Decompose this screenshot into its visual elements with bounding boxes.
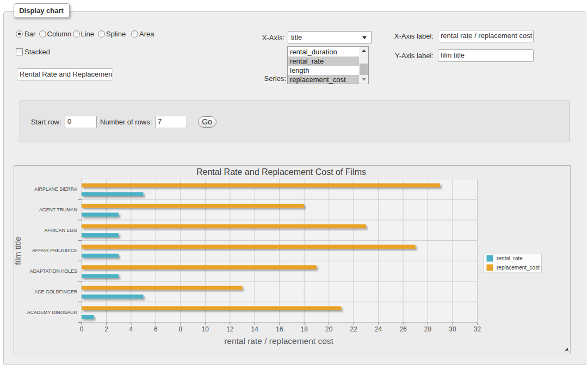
svg-text:10: 10 (201, 325, 209, 333)
svg-text:rental rate / replacement cost: rental rate / replacement cost (224, 336, 333, 346)
svg-text:20: 20 (325, 325, 333, 333)
svg-text:22: 22 (350, 325, 357, 333)
svg-text:AIRPLANE SIERRA: AIRPLANE SIERRA (34, 186, 77, 192)
svg-text:14: 14 (251, 325, 258, 333)
svg-text:AFRICAN EGG: AFRICAN EGG (44, 228, 77, 233)
svg-text:26: 26 (399, 325, 407, 333)
svg-text:ACE GOLDFINGER: ACE GOLDFINGER (34, 289, 77, 294)
svg-text:6: 6 (154, 325, 158, 333)
svg-text:ADAPTATION HOLES: ADAPTATION HOLES (29, 268, 77, 274)
svg-text:AFFAIR PREJUDICE: AFFAIR PREJUDICE (32, 248, 77, 253)
svg-text:ACADEMY DINOSAUR: ACADEMY DINOSAUR (27, 310, 77, 315)
svg-text:replacement_cost: replacement_cost (497, 265, 540, 271)
svg-text:0: 0 (79, 325, 83, 333)
svg-text:28: 28 (424, 325, 431, 333)
svg-text:12: 12 (226, 325, 234, 333)
svg-text:30: 30 (449, 325, 456, 333)
svg-text:18: 18 (300, 325, 308, 333)
svg-text:32: 32 (473, 325, 481, 333)
svg-text:8: 8 (178, 325, 182, 333)
svg-text:AGENT TRUMAN: AGENT TRUMAN (39, 207, 77, 212)
svg-text:24: 24 (374, 325, 382, 333)
svg-text:2: 2 (104, 325, 108, 333)
svg-text:rental_rate: rental_rate (497, 255, 523, 261)
svg-text:film title: film title (14, 236, 22, 265)
svg-text:4: 4 (129, 325, 133, 333)
svg-text:Rental Rate and Replacement Co: Rental Rate and Replacement Cost of Film… (196, 167, 366, 177)
svg-text:16: 16 (276, 325, 283, 333)
